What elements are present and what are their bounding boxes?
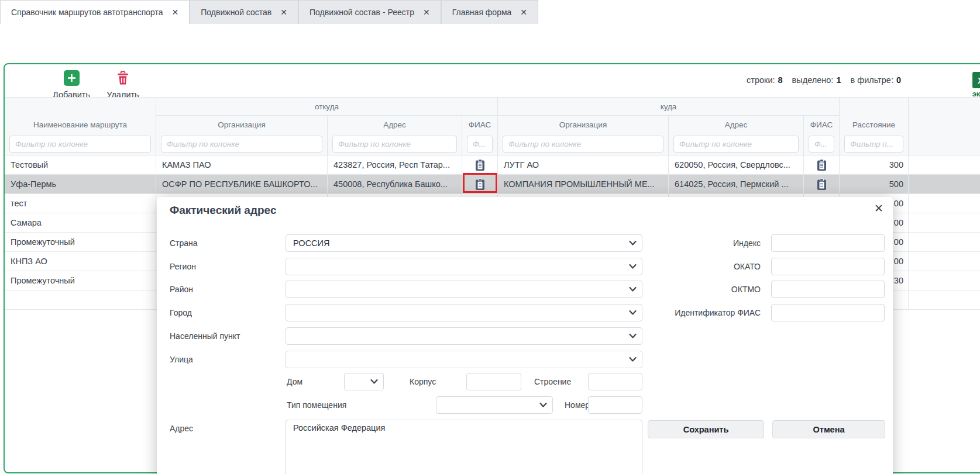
group-empty [840,98,909,116]
table-row[interactable]: Тестовый КАМАЗ ПАО 423827, Россия, Респ … [5,155,980,175]
fias-clipboard-button[interactable] [804,155,840,174]
cell-route-name: тест [5,194,156,213]
cell-addr-to: 620050, Россия, Свердловс... [669,155,804,174]
cell-addr-from: 450008, Республика Башко... [328,175,462,193]
add-button[interactable]: Добавить [42,70,101,99]
group-from-header: откуда [156,98,498,116]
country-label: Страна [170,234,198,252]
street-label: Улица [170,351,193,368]
header-addr-from[interactable]: Адрес [328,116,462,134]
filter-org-to-input[interactable] [503,136,663,153]
header-fias-to[interactable]: ФИАС [804,116,840,134]
address-label: Адрес [170,420,193,437]
cell-org-to: ЛУТГ АО [498,155,669,174]
clipboard-icon [817,159,827,171]
building-label: Корпус [410,373,436,390]
room-type-select[interactable] [436,396,553,414]
city-label: Город [170,304,192,321]
tab-label: Главная форма [452,8,512,17]
save-button[interactable]: Сохранить [648,420,764,438]
region-label: Регион [170,258,196,275]
filter-org-from-input[interactable] [161,136,322,153]
tab-routes-directory[interactable]: Справочник маршрутов автотранспорта ✕ [0,0,190,24]
room-type-label: Тип помещения [287,396,346,414]
settlement-select[interactable] [286,327,642,345]
district-select[interactable] [286,281,642,298]
trash-icon [116,70,129,88]
filter-addr-to-input[interactable] [673,136,799,153]
building-input[interactable] [466,373,521,390]
postal-index-input[interactable] [771,234,885,252]
group-header-row: откуда куда [5,98,980,116]
close-icon[interactable]: ✕ [280,8,287,17]
cancel-button[interactable]: Отмена [772,420,885,438]
cell-route-name: Самара [5,213,156,232]
header-org-from[interactable]: Организация [156,116,328,134]
clipboard-icon [475,159,485,171]
house-label: Дом [287,373,302,390]
grid-counters: строки:8 выделено:1 в фильтре:0 [648,75,901,85]
chevron-down-icon [629,357,637,362]
filter-row [5,134,980,155]
structure-input[interactable] [588,373,642,390]
okato-input[interactable] [771,258,885,275]
tab-rolling-stock-registry[interactable]: Подвижной состав - Реестр ✕ [298,0,441,24]
house-select[interactable] [344,373,384,390]
header-route-name[interactable]: Наименование маршрута [5,116,156,134]
filter-addr-from-input[interactable] [332,136,457,153]
filter-distance-input[interactable] [844,136,903,153]
header-addr-to[interactable]: Адрес [669,116,804,134]
screen: Справочник маршрутов автотранспорта ✕ По… [0,0,980,474]
cell-route-name: Промежуточный [5,233,156,251]
city-select[interactable] [286,304,642,321]
region-select[interactable] [286,258,642,275]
cell-org-from: ОСФР ПО РЕСПУБЛИКЕ БАШКОРТО... [156,175,328,193]
okato-label: ОКАТО [620,258,761,275]
filter-route-input[interactable] [9,136,151,153]
tab-rolling-stock[interactable]: Подвижной состав ✕ [190,0,298,24]
country-select[interactable]: РОССИЯ [286,234,642,252]
plus-icon [64,70,80,88]
fias-clipboard-button[interactable] [804,175,840,193]
header-fias-from[interactable]: ФИАС [462,116,498,134]
cell-route-name: Промежуточный [5,271,156,290]
cell-distance: 300 [840,155,909,174]
column-header-row: Наименование маршрута Организация Адрес … [5,116,980,134]
fias-id-label: Идентификатор ФИАС [620,304,761,321]
address-textarea[interactable]: Российская Федерация [286,420,642,474]
chevron-down-icon [370,379,378,385]
tab-main-form[interactable]: Главная форма ✕ [441,0,538,24]
number-label: Номер [565,396,590,414]
header-org-to[interactable]: Организация [498,116,669,134]
clipboard-icon [817,178,827,191]
chevron-down-icon [539,403,547,408]
close-icon[interactable]: ✕ [874,202,883,215]
filter-fias-from-input[interactable] [467,136,493,153]
cell-route-name: Уфа-Пермь [5,175,156,193]
street-select[interactable] [286,351,642,368]
selected-count: выделено:1 [792,75,841,85]
cell-route-name: КНПЗ АО [5,252,156,271]
close-icon[interactable]: ✕ [172,8,179,17]
group-spacer [909,98,980,116]
fias-id-input[interactable] [771,304,885,321]
close-icon[interactable]: ✕ [423,8,430,17]
settlement-label: Населенный пункт [170,327,240,345]
cell-route-name: Тестовый [5,155,156,174]
group-to-header: куда [498,98,840,116]
header-distance[interactable]: Расстояние [840,116,909,134]
rows-count: строки:8 [747,75,783,85]
tab-label: Подвижной состав [201,8,271,17]
close-icon[interactable]: ✕ [520,8,527,17]
cell-addr-to: 614025, Россия, Пермский ... [669,175,804,193]
delete-button[interactable]: Удалить [97,70,149,99]
chevron-down-icon [629,334,637,339]
header-spacer [909,116,980,134]
number-input[interactable] [588,396,642,414]
excel-export-button[interactable]: X эксп [963,72,980,98]
fias-clipboard-button[interactable] [462,155,498,174]
filter-fias-to-input[interactable] [809,136,834,153]
cell-addr-from: 423827, Россия, Респ Татар... [328,155,462,174]
tab-label: Подвижной состав - Реестр [310,8,414,17]
oktmo-input[interactable] [771,281,885,298]
